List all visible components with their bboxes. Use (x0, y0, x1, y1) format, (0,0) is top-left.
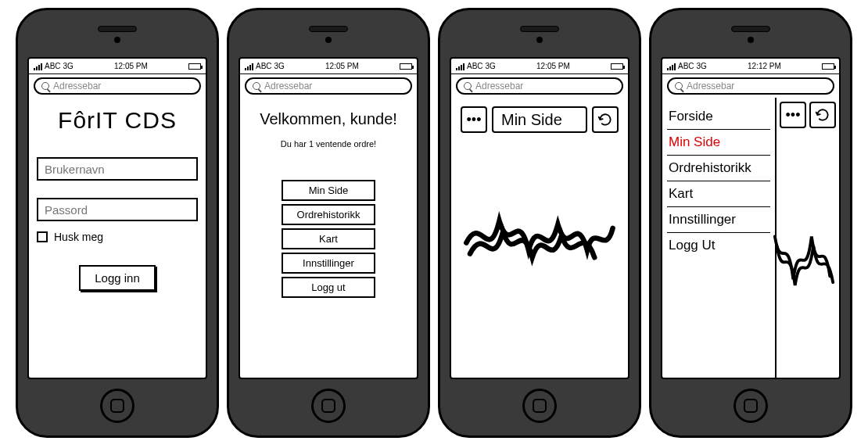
address-placeholder: Adressebar (687, 81, 734, 91)
search-icon (464, 82, 472, 90)
network-label: 3G (63, 62, 74, 70)
drawer-item-min-side[interactable]: Min Side (667, 130, 770, 156)
more-menu-button[interactable]: ••• (780, 102, 806, 128)
address-bar[interactable]: Adressebar (245, 77, 412, 95)
address-placeholder: Adressebar (53, 81, 101, 91)
carrier-label: ABC (45, 62, 61, 70)
signal-icon (34, 63, 42, 70)
content-placeholder-scribble (772, 218, 839, 303)
address-bar[interactable]: Adressebar (34, 77, 201, 95)
screen: ABC 3G 12:05 PM Adressebar ••• Min Side (450, 57, 629, 379)
network-label: 3G (486, 62, 496, 70)
clock-label: 12:05 PM (536, 62, 570, 70)
screen: ABC 3G 12:05 PM Adressebar Velkommen, ku… (239, 57, 418, 379)
battery-icon (400, 63, 412, 70)
search-icon (41, 82, 49, 90)
refresh-button[interactable] (809, 102, 836, 128)
menu-min-side-button[interactable]: Min Side (282, 180, 375, 201)
signal-icon (456, 63, 464, 70)
drawer-item-logg-ut[interactable]: Logg Ut (667, 233, 770, 258)
search-icon (675, 82, 683, 90)
battery-icon (822, 63, 834, 70)
menu-logg-ut-button[interactable]: Logg ut (282, 277, 375, 298)
refresh-icon (597, 112, 613, 127)
drawer-item-innstillinger[interactable]: Innstillinger (667, 207, 770, 233)
welcome-heading: Velkommen, kunde! (248, 110, 409, 128)
address-bar[interactable]: Adressebar (456, 77, 623, 95)
phone-frame-4: ABC 3G 12:12 PM Adressebar Forside Min S… (649, 8, 852, 438)
pending-orders-text: Du har 1 ventende ordre! (248, 139, 409, 149)
front-camera (325, 37, 332, 43)
speaker (309, 26, 348, 32)
clock-label: 12:05 PM (114, 62, 148, 70)
more-icon: ••• (467, 113, 482, 127)
phone-frame-3: ABC 3G 12:05 PM Adressebar ••• Min Side (438, 8, 641, 438)
clock-label: 12:12 PM (748, 62, 781, 70)
menu-ordrehistorikk-button[interactable]: Ordrehistorikk (282, 204, 375, 225)
home-button[interactable] (311, 389, 346, 423)
carrier-label: ABC (678, 62, 694, 70)
app-title: FôrIT CDS (37, 107, 198, 134)
checkbox-icon (37, 231, 48, 242)
speaker (98, 26, 137, 32)
login-button[interactable]: Logg inn (79, 265, 156, 291)
phone-frame-2: ABC 3G 12:05 PM Adressebar Velkommen, ku… (227, 8, 430, 438)
front-camera (114, 37, 120, 43)
refresh-icon (815, 107, 830, 123)
content-placeholder-scribble (459, 192, 620, 279)
drawer-item-kart[interactable]: Kart (667, 181, 770, 207)
speaker (731, 26, 770, 32)
network-label: 3G (274, 62, 285, 70)
home-button[interactable] (733, 389, 768, 423)
carrier-label: ABC (256, 62, 272, 70)
front-camera (748, 37, 754, 43)
screen: ABC 3G 12:05 PM Adressebar FôrIT CDS Hus… (27, 57, 207, 379)
battery-icon (188, 63, 201, 70)
status-bar: ABC 3G 12:05 PM (451, 59, 628, 74)
page-title: Min Side (492, 106, 587, 133)
phone-frame-1: ABC 3G 12:05 PM Adressebar FôrIT CDS Hus… (16, 8, 219, 438)
drawer-item-ordrehistorikk[interactable]: Ordrehistorikk (667, 156, 770, 181)
remember-me-checkbox[interactable]: Husk meg (37, 231, 198, 243)
front-camera (536, 37, 543, 43)
more-icon: ••• (786, 108, 801, 122)
address-bar[interactable]: Adressebar (667, 77, 834, 95)
signal-icon (245, 63, 253, 70)
battery-icon (611, 63, 623, 70)
password-input[interactable] (37, 198, 198, 221)
signal-icon (667, 63, 676, 70)
home-button[interactable] (100, 389, 135, 423)
carrier-label: ABC (467, 62, 483, 70)
drawer-underlay: ••• (777, 98, 839, 378)
speaker (520, 26, 559, 32)
address-placeholder: Adressebar (475, 81, 523, 91)
refresh-button[interactable] (592, 106, 619, 133)
home-button[interactable] (522, 389, 557, 423)
status-bar: ABC 3G 12:05 PM (240, 59, 417, 74)
status-bar: ABC 3G 12:05 PM (29, 59, 206, 74)
network-label: 3G (697, 62, 707, 70)
menu-innstillinger-button[interactable]: Innstillinger (282, 253, 375, 274)
clock-label: 12:05 PM (325, 62, 359, 70)
nav-drawer: Forside Min Side Ordrehistorikk Kart Inn… (662, 98, 777, 378)
screen: ABC 3G 12:12 PM Adressebar Forside Min S… (661, 57, 841, 379)
address-placeholder: Adressebar (264, 81, 312, 91)
search-icon (253, 82, 260, 90)
username-input[interactable] (37, 157, 198, 181)
drawer-item-forside[interactable]: Forside (667, 104, 770, 130)
remember-me-label: Husk meg (54, 231, 103, 243)
more-menu-button[interactable]: ••• (461, 106, 487, 133)
menu-kart-button[interactable]: Kart (282, 228, 375, 249)
status-bar: ABC 3G 12:12 PM (662, 59, 839, 74)
